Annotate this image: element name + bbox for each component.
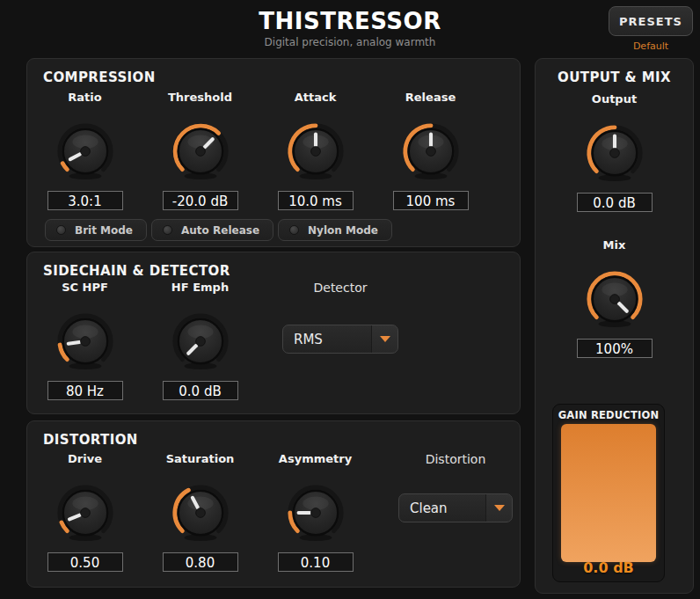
toggle-brit-mode[interactable]: Brit Mode bbox=[45, 219, 147, 241]
led-indicator bbox=[56, 225, 66, 235]
knob-group-asymmetry: Asymmetry 0.10 bbox=[258, 452, 373, 572]
value-box-release[interactable]: 100 ms bbox=[393, 191, 469, 210]
detector-label: Detector bbox=[313, 281, 367, 295]
dropdown-arrow-box bbox=[371, 325, 397, 353]
knob-asymmetry[interactable] bbox=[285, 482, 346, 544]
value-box-drive[interactable]: 0.50 bbox=[47, 552, 123, 572]
compression-toggle-row: Brit Mode Auto Release Nylon Mode bbox=[45, 219, 392, 241]
gain-reduction-meter-label: GAIN REDUCTION bbox=[553, 409, 664, 421]
presets-button[interactable]: PRESETS bbox=[609, 6, 693, 36]
output-mix-panel-title: OUTPUT & MIX bbox=[536, 69, 693, 85]
value-box-saturation[interactable]: 0.80 bbox=[163, 552, 238, 572]
detector-selected-value: RMS bbox=[283, 332, 371, 347]
distortion-section-title: DISTORTION bbox=[43, 432, 138, 448]
toggle-label-nylon-mode: Nylon Mode bbox=[308, 224, 378, 237]
compression-section: COMPRESSION Ratio 3.0:1 Threshold bbox=[26, 58, 521, 247]
knob-mix[interactable] bbox=[584, 268, 645, 330]
distortion-mode-dropdown-group: Distortion Clean bbox=[398, 452, 513, 522]
knob-threshold[interactable] bbox=[170, 121, 231, 182]
led-indicator bbox=[163, 225, 172, 235]
value-box-attack[interactable]: 10.0 ms bbox=[278, 191, 354, 210]
value-box-ratio[interactable]: 3.0:1 bbox=[47, 191, 123, 210]
sidechain-section: SIDECHAIN & DETECTOR SC HPF 80 Hz HF Emp… bbox=[26, 252, 521, 414]
value-box-output[interactable]: 0.0 dB bbox=[577, 193, 653, 212]
knob-label-ratio: Ratio bbox=[68, 91, 101, 105]
gain-reduction-meter-value: 0.0 dB bbox=[553, 559, 664, 576]
knob-output[interactable] bbox=[584, 122, 645, 184]
knob-group-sc-hpf: SC HPF 80 Hz bbox=[27, 281, 142, 400]
knob-hf-emph[interactable] bbox=[170, 310, 231, 372]
knob-label-drive: Drive bbox=[68, 452, 102, 466]
knob-attack[interactable] bbox=[285, 121, 346, 182]
sidechain-knob-row: SC HPF 80 Hz HF Emph bbox=[27, 281, 258, 400]
output-mix-panel: OUTPUT & MIX Output 0.0 dB Mix bbox=[535, 58, 694, 594]
chevron-down-icon bbox=[494, 505, 505, 511]
chevron-down-icon bbox=[380, 336, 390, 342]
gain-reduction-meter-fill bbox=[561, 424, 656, 562]
knob-group-threshold: Threshold -20.0 dB bbox=[142, 91, 258, 210]
value-box-sc-hpf[interactable]: 80 Hz bbox=[47, 381, 123, 400]
dropdown-arrow-box bbox=[485, 494, 512, 522]
knob-label-saturation: Saturation bbox=[166, 452, 235, 466]
distortion-section: DISTORTION Drive 0.50 Saturation bbox=[26, 420, 521, 588]
knob-saturation[interactable] bbox=[170, 482, 231, 544]
compression-section-title: COMPRESSION bbox=[43, 69, 156, 85]
sidechain-section-title: SIDECHAIN & DETECTOR bbox=[43, 263, 230, 279]
knob-sc-hpf[interactable] bbox=[55, 310, 116, 372]
detector-dropdown[interactable]: RMS bbox=[282, 325, 398, 354]
value-box-asymmetry[interactable]: 0.10 bbox=[278, 552, 354, 572]
knob-label-hf-emph: HF Emph bbox=[171, 281, 229, 295]
page-title: THISTRESSOR bbox=[0, 8, 700, 34]
toggle-nylon-mode[interactable]: Nylon Mode bbox=[278, 219, 392, 241]
toggle-label-auto-release: Auto Release bbox=[181, 224, 259, 237]
knob-group-saturation: Saturation 0.80 bbox=[142, 452, 258, 572]
toggle-label-brit-mode: Brit Mode bbox=[75, 224, 133, 237]
distortion-mode-dropdown[interactable]: Clean bbox=[398, 493, 513, 522]
knob-drive[interactable] bbox=[55, 482, 116, 544]
compression-knob-row: Ratio 3.0:1 Threshold bbox=[27, 91, 488, 210]
knob-ratio[interactable] bbox=[55, 121, 116, 182]
gain-reduction-meter: GAIN REDUCTION 0.0 dB bbox=[552, 404, 665, 582]
current-preset-name: Default bbox=[609, 40, 693, 52]
knob-group-drive: Drive 0.50 bbox=[27, 452, 142, 572]
knob-label-asymmetry: Asymmetry bbox=[279, 452, 352, 466]
knob-label-output: Output bbox=[592, 92, 637, 106]
output-mix-knob-column: Output 0.0 dB Mix 100 bbox=[536, 92, 693, 358]
detector-dropdown-group: Detector RMS bbox=[282, 281, 398, 354]
knob-group-release: Release 100 ms bbox=[373, 91, 488, 210]
knob-label-sc-hpf: SC HPF bbox=[62, 281, 108, 295]
distortion-knob-row: Drive 0.50 Saturation bbox=[27, 452, 373, 572]
knob-label-threshold: Threshold bbox=[168, 91, 232, 105]
knob-group-output: Output 0.0 dB bbox=[557, 92, 672, 212]
knob-group-mix: Mix 100% bbox=[557, 238, 672, 358]
knob-release[interactable] bbox=[400, 121, 462, 182]
distortion-mode-label: Distortion bbox=[426, 452, 486, 466]
knob-group-hf-emph: HF Emph 0.0 dB bbox=[142, 281, 258, 400]
toggle-auto-release[interactable]: Auto Release bbox=[151, 219, 273, 241]
led-indicator bbox=[289, 225, 299, 235]
knob-label-attack: Attack bbox=[295, 91, 337, 105]
knob-group-attack: Attack 10.0 ms bbox=[258, 91, 373, 210]
value-box-hf-emph[interactable]: 0.0 dB bbox=[163, 381, 238, 400]
value-box-threshold[interactable]: -20.0 dB bbox=[163, 191, 238, 210]
knob-group-ratio: Ratio 3.0:1 bbox=[27, 91, 142, 210]
value-box-mix[interactable]: 100% bbox=[577, 339, 653, 358]
page-subtitle: Digital precision, analog warmth bbox=[0, 36, 700, 48]
distortion-mode-selected-value: Clean bbox=[399, 500, 485, 516]
knob-label-mix: Mix bbox=[603, 238, 626, 252]
knob-label-release: Release bbox=[405, 91, 456, 105]
